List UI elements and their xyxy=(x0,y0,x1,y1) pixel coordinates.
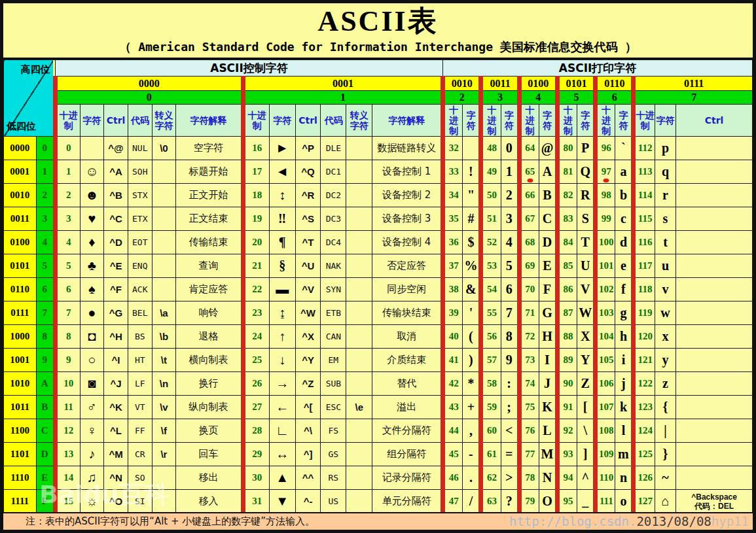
cell-code: SI xyxy=(128,490,152,513)
cell-desc: 传输结束 xyxy=(176,231,243,254)
cell-code: SYN xyxy=(321,278,346,301)
cell-char: 2 xyxy=(501,184,519,207)
cell-desc: 介质结束 xyxy=(372,349,443,372)
cell-dec: 82 xyxy=(557,184,577,207)
cell-dec: 74 xyxy=(519,372,539,396)
table-row: 1010A10◙^JLF\n换行26→^ZSUB替代42*58:74J90Z10… xyxy=(4,372,753,396)
cell-char: : xyxy=(501,372,519,396)
cell-char: ] xyxy=(577,443,596,466)
cell-dec: 85 xyxy=(557,254,577,278)
subheader-esc: 转义字符 xyxy=(346,105,372,137)
cell-char: > xyxy=(501,466,519,490)
cell-char: 5 xyxy=(501,254,519,278)
cell-dec: 61 xyxy=(481,443,501,466)
cell-esc: \0 xyxy=(152,137,176,160)
cell-dec: 19 xyxy=(243,207,269,231)
cell-esc xyxy=(346,207,372,231)
cell-char: 6 xyxy=(501,278,519,301)
cell-dec: 127 xyxy=(634,490,655,513)
table-row: 010044♦^DEOT传输结束20¶^TDC4设备控制 436$52468D8… xyxy=(4,231,753,254)
cell-dec: 122 xyxy=(634,372,655,396)
cell-char: o xyxy=(615,490,634,513)
cell-char: ◙ xyxy=(80,372,104,396)
cell-char: ∟ xyxy=(269,419,295,443)
cell-ctrl: ^I xyxy=(104,349,128,372)
cell-code: EOT xyxy=(128,231,152,254)
cell-dec: 1 xyxy=(55,160,80,184)
cell-char: ♠ xyxy=(80,278,104,301)
cell-esc xyxy=(346,301,372,325)
cell-dec: 29 xyxy=(243,443,269,466)
cell-desc: 设备控制 1 xyxy=(372,160,443,184)
header-binary-0000: 0000 xyxy=(55,77,243,91)
cell-ctrl: ^S xyxy=(295,207,321,231)
cell-dec: 13 xyxy=(55,443,80,466)
cell-esc xyxy=(346,325,372,349)
cell-char: n xyxy=(615,466,634,490)
row-hex-label: 4 xyxy=(36,231,55,254)
cell-char: @ xyxy=(539,137,557,160)
cell-char: " xyxy=(463,184,481,207)
cell-dec: 77 xyxy=(519,443,539,466)
cell-char: ♫ xyxy=(80,466,104,490)
cell-dec: 48 xyxy=(481,137,501,160)
cell-dec: 24 xyxy=(243,325,269,349)
cell-dec: 11 xyxy=(55,396,80,419)
cell-char: ! xyxy=(463,160,481,184)
cell-char: ↨ xyxy=(269,301,295,325)
cell-dec: 115 xyxy=(634,207,655,231)
cell-char: O xyxy=(539,490,557,513)
footnote-text: 注：表中的ASCII字符可以用“Alt + 小键盘上的数字键”方法输入。 xyxy=(26,515,315,527)
cell-dec: 78 xyxy=(519,466,539,490)
cell-dec: 88 xyxy=(557,325,577,349)
cell-char: < xyxy=(501,419,519,443)
cell-code: SUB xyxy=(321,372,346,396)
cell-code: SOH xyxy=(128,160,152,184)
cell-dec: 124 xyxy=(634,419,655,443)
cell-code: VT xyxy=(128,396,152,419)
table-row: 011066♠^FACK肯定应答22▬^VSYN同步空闲38&54670F86V… xyxy=(4,278,753,301)
row-binary-label: 1001 xyxy=(4,349,37,372)
table-row: 010155♣^EENQ查询21§^UNAK否定应答37%53569E85U10… xyxy=(4,254,753,278)
cell-dec: 84 xyxy=(557,231,577,254)
cell-char: ; xyxy=(501,396,519,419)
cell-char: Y xyxy=(577,349,596,372)
cell-dec: 112 xyxy=(634,137,655,160)
row-hex-label: B xyxy=(36,396,55,419)
cell-dec: 12 xyxy=(55,419,80,443)
table-row: 1110E14♫^NSO移出30▲^^RS记录分隔符46.62>78N94^11… xyxy=(4,466,753,490)
cell-ctrl: ^\ xyxy=(295,419,321,443)
cell-dec: 68 xyxy=(519,231,539,254)
cell-code: BEL xyxy=(128,301,152,325)
cell-esc: \r xyxy=(152,443,176,466)
cell-char: ◘ xyxy=(80,325,104,349)
watermark-tail: hyp11 xyxy=(711,514,749,528)
ascii-table-host: 高四位低四位ASCII控制字符ASCII打印字符0000000100100011… xyxy=(3,60,753,513)
section-control-chars: ASCII控制字符 xyxy=(55,60,442,77)
cell-esc xyxy=(152,278,176,301)
cell-ctrl: ^^ xyxy=(295,466,321,490)
cell-desc: 标题开始 xyxy=(176,160,243,184)
page-title: ASCII表 xyxy=(3,3,753,38)
cell-ctrl: ^L xyxy=(104,419,128,443)
cell-char: ☺ xyxy=(80,160,104,184)
cell-char: w xyxy=(655,301,675,325)
backspace-label: ^Backspace xyxy=(691,492,737,502)
cell-char: ‼ xyxy=(269,207,295,231)
cell-dec: 94 xyxy=(557,466,577,490)
cell-esc: \a xyxy=(152,301,176,325)
cell-char: 3 xyxy=(501,207,519,231)
cell-dec: 103 xyxy=(596,301,615,325)
cell-char xyxy=(80,137,104,160)
cell-char: A xyxy=(539,160,557,184)
low-nibble-label: 低四位 xyxy=(7,120,36,133)
cell-char: ( xyxy=(463,325,481,349)
cell-dec: 25 xyxy=(243,349,269,372)
cell-dec: 56 xyxy=(481,325,501,349)
cell-dec: 47 xyxy=(443,490,463,513)
cell-dec: 83 xyxy=(557,207,577,231)
cell-ctrl-last xyxy=(676,231,753,254)
subheader-desc: 字符解释 xyxy=(176,105,243,137)
subheader-char: 字符 xyxy=(615,105,634,137)
cell-char: ` xyxy=(615,137,634,160)
